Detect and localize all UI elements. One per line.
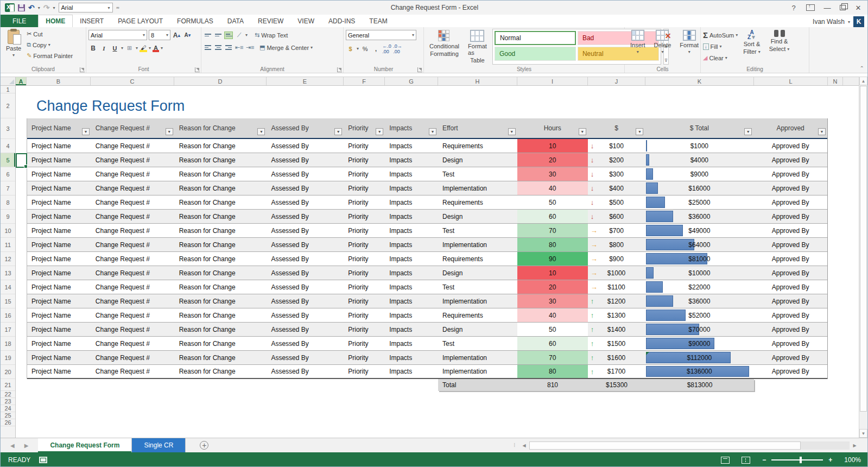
cell-assessed-by[interactable]: Assessed By xyxy=(267,308,344,322)
cell-project-name[interactable]: Project Name xyxy=(27,167,91,181)
wrap-text-button[interactable]: ⇆ Wrap Text xyxy=(255,30,288,40)
cell-hours[interactable]: 80 xyxy=(517,238,588,251)
font-dialog-launcher[interactable] xyxy=(195,67,200,72)
table-header-project-name[interactable]: Project Name▼ xyxy=(27,118,91,138)
merge-center-button[interactable]: ⬒ Merge & Center ▾ xyxy=(259,42,313,53)
cell-priority[interactable]: Priority xyxy=(344,308,385,322)
total-label-cell[interactable]: Total xyxy=(438,379,517,391)
redo-icon[interactable]: ↷ xyxy=(43,3,50,12)
column-header-A[interactable]: A xyxy=(16,77,27,85)
grow-font-button[interactable]: A▴ xyxy=(172,30,181,40)
font-size-select[interactable]: 8▾ xyxy=(149,30,170,40)
zoom-slider[interactable] xyxy=(771,459,823,460)
fill-button[interactable]: ↓ Fill ▾ xyxy=(703,41,738,52)
cell-hours[interactable]: 70 xyxy=(517,224,588,237)
cell-dollar[interactable]: →$900 xyxy=(588,252,645,266)
scroll-up-icon[interactable]: ▲ xyxy=(859,77,867,85)
cell-dollar[interactable]: →$1000 xyxy=(588,266,645,280)
column-header-D[interactable]: D xyxy=(174,77,267,85)
cell-project-name[interactable]: Project Name xyxy=(27,252,91,266)
cell-dollar-total[interactable]: $22000 xyxy=(645,280,753,294)
cell-hours[interactable]: 20 xyxy=(517,280,588,294)
accounting-format-button[interactable]: $ xyxy=(346,44,355,54)
align-top-button[interactable] xyxy=(204,31,212,39)
cell-reason[interactable]: Reason for Change xyxy=(175,323,267,336)
cell-hours[interactable]: 30 xyxy=(517,167,588,181)
qat-customize-icon[interactable]: ≂ xyxy=(116,5,120,10)
cell-dollar-total[interactable]: $64000 xyxy=(645,238,753,251)
cell-effort[interactable]: Implementation xyxy=(438,351,517,364)
cell-dollar-total[interactable]: $4000 xyxy=(645,153,753,167)
cell-change-request[interactable]: Change Request # xyxy=(91,167,175,181)
column-header-E[interactable]: E xyxy=(267,77,344,85)
cell-impacts[interactable]: Impacts xyxy=(385,280,438,294)
cell-approved-by[interactable]: Approved By xyxy=(753,139,827,153)
cell-project-name[interactable]: Project Name xyxy=(27,351,91,364)
column-header-B[interactable]: B xyxy=(27,77,91,85)
cell-effort[interactable]: Test xyxy=(438,337,517,350)
find-select-button[interactable]: Find &Select▾ xyxy=(766,29,793,65)
decrease-indent-button[interactable]: ⇤≡ xyxy=(235,43,244,53)
cell-hours[interactable]: 50 xyxy=(517,195,588,209)
zoom-out-button[interactable]: − xyxy=(762,456,766,464)
cell-dollar[interactable]: →$800 xyxy=(588,238,645,251)
row-header-5[interactable]: 5 xyxy=(1,153,15,167)
sheet-nav-right-icon[interactable]: ▶ xyxy=(24,443,29,449)
cell-effort[interactable]: Test xyxy=(438,224,517,237)
font-family-select[interactable]: Arial▾ xyxy=(88,30,147,40)
cell-approved-by[interactable]: Approved By xyxy=(753,365,827,378)
cell-priority[interactable]: Priority xyxy=(344,153,385,167)
cell-change-request[interactable]: Change Request # xyxy=(91,195,175,209)
cell-reason[interactable]: Reason for Change xyxy=(175,139,267,153)
column-header-F[interactable]: F xyxy=(344,77,385,85)
cell-project-name[interactable]: Project Name xyxy=(27,337,91,350)
underline-button[interactable]: U xyxy=(110,43,119,53)
cell-reason[interactable]: Reason for Change xyxy=(175,224,267,237)
page-break-view-icon[interactable] xyxy=(742,457,750,464)
increase-decimal-button[interactable]: ←.0.00 xyxy=(382,44,391,54)
cell-dollar-total[interactable]: $112000 xyxy=(645,351,753,364)
cell-dollar-total[interactable]: $49000 xyxy=(645,224,753,237)
cell-project-name[interactable]: Project Name xyxy=(27,280,91,294)
cell-change-request[interactable]: Change Request # xyxy=(91,210,175,223)
cell-priority[interactable]: Priority xyxy=(344,337,385,350)
cell-assessed-by[interactable]: Assessed By xyxy=(267,210,344,223)
align-center-button[interactable] xyxy=(214,44,223,52)
tab-file[interactable]: FILE xyxy=(1,15,38,27)
cell-effort[interactable]: Design xyxy=(438,266,517,280)
cell-hours[interactable]: 30 xyxy=(517,294,588,308)
cell-impacts[interactable]: Impacts xyxy=(385,337,438,350)
format-cells-button[interactable]: Format▾ xyxy=(676,29,702,65)
help-button[interactable]: ? xyxy=(789,4,799,12)
cell-priority[interactable]: Priority xyxy=(344,181,385,195)
cell-effort[interactable]: Implementation xyxy=(438,365,517,378)
tab-add-ins[interactable]: ADD-INS xyxy=(321,15,362,27)
cell-approved-by[interactable]: Approved By xyxy=(753,181,827,195)
italic-button[interactable]: I xyxy=(99,43,109,53)
table-header-reason-for-change[interactable]: Reason for Change▼ xyxy=(175,118,267,138)
cell-assessed-by[interactable]: Assessed By xyxy=(267,139,344,153)
avatar[interactable]: K xyxy=(853,16,864,27)
cell-change-request[interactable]: Change Request # xyxy=(91,294,175,308)
account-caret-icon[interactable]: ▾ xyxy=(848,20,850,24)
qat-font-box[interactable]: Arial▾ xyxy=(59,3,113,12)
cell-dollar-total[interactable]: $52000 xyxy=(645,308,753,322)
cell-impacts[interactable]: Impacts xyxy=(385,266,438,280)
cell-hours[interactable]: 10 xyxy=(517,266,588,280)
cell-impacts[interactable]: Impacts xyxy=(385,153,438,167)
cell-assessed-by[interactable]: Assessed By xyxy=(267,323,344,336)
horizontal-scroll-track[interactable] xyxy=(529,441,850,450)
tab-insert[interactable]: INSERT xyxy=(73,15,111,27)
filter-dropdown-icon[interactable]: ▼ xyxy=(334,128,342,135)
cell-project-name[interactable]: Project Name xyxy=(27,210,91,223)
account-name[interactable]: Ivan Walsh xyxy=(813,18,845,26)
cell-approved-by[interactable]: Approved By xyxy=(753,252,827,266)
cell-project-name[interactable]: Project Name xyxy=(27,266,91,280)
tab-team[interactable]: TEAM xyxy=(362,15,394,27)
cell-assessed-by[interactable]: Assessed By xyxy=(267,351,344,364)
cell-dollar[interactable]: ↑$1500 xyxy=(588,337,645,350)
decrease-decimal-button[interactable]: .0→.00 xyxy=(393,44,402,54)
cell-reason[interactable]: Reason for Change xyxy=(175,181,267,195)
cell-dollar-total[interactable]: $36000 xyxy=(645,210,753,223)
percent-style-button[interactable]: % xyxy=(360,44,370,54)
